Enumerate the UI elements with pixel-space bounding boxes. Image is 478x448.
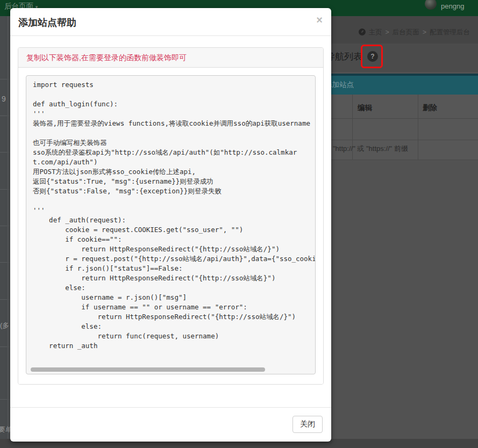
- add-site-help-modal: 添加站点帮助 × 复制以下装饰器,在需要登录的函数前做装饰即可 import r…: [10, 8, 331, 442]
- navbar-username[interactable]: pengng: [441, 2, 464, 10]
- modal-title: 添加站点帮助: [18, 16, 76, 29]
- horizontal-scrollbar[interactable]: [31, 367, 265, 372]
- decorator-hint-text: 复制以下装饰器,在需要登录的函数前做装饰即可: [26, 53, 315, 63]
- avatar[interactable]: [425, 0, 437, 10]
- cell-text-fragment: (多: [0, 321, 9, 330]
- row-id-fragment: 9: [2, 95, 6, 103]
- help-panel-body: import requests def auth_login(func): ''…: [18, 68, 323, 384]
- breadcrumb: 主页>后台页面>配置管理后台: [359, 28, 470, 37]
- breadcrumb-current: 配置管理后台: [430, 28, 470, 36]
- cell-text-fragment: 要单: [0, 425, 10, 435]
- row-divider: [0, 262, 10, 263]
- code-block[interactable]: import requests def auth_login(func): ''…: [26, 75, 316, 374]
- row-divider: [0, 115, 10, 116]
- page-title: 导航列表: [326, 50, 362, 63]
- breadcrumb-home[interactable]: 主页: [368, 28, 382, 36]
- table-header-delete: 删除: [423, 103, 437, 113]
- table-header-edit: 编辑: [358, 103, 372, 113]
- breadcrumb-separator: >: [423, 28, 426, 36]
- modal-header: 添加站点帮助 ×: [10, 8, 331, 36]
- breadcrumb-backend[interactable]: 后台页面: [393, 28, 419, 36]
- modal-body: 复制以下装饰器,在需要登录的函数前做装饰即可 import requests d…: [10, 36, 331, 407]
- modal-footer: 关闭: [10, 407, 331, 442]
- annotation-highlight-box: [361, 45, 383, 68]
- table-column-divider: [418, 95, 418, 160]
- help-panel: 复制以下装饰器,在需要登录的函数前做装饰即可 import requests d…: [18, 47, 324, 385]
- row-divider: [0, 226, 10, 226]
- breadcrumb-separator: >: [385, 28, 389, 36]
- row-divider: [0, 399, 10, 400]
- row-divider: [0, 346, 10, 347]
- row-divider: [0, 299, 10, 300]
- url-prefix-hint: "http://" 或 "https://" 前缀: [333, 144, 408, 154]
- help-panel-heading: 复制以下装饰器,在需要登录的函数前做装饰即可: [18, 48, 323, 68]
- row-divider: [0, 79, 10, 80]
- row-divider: [0, 189, 10, 190]
- dashboard-icon: [359, 28, 366, 35]
- close-icon[interactable]: ×: [316, 15, 323, 25]
- left-table-edge: 9 (多 要单: [0, 16, 10, 439]
- row-divider: [0, 152, 10, 153]
- close-button[interactable]: 关闭: [292, 416, 323, 433]
